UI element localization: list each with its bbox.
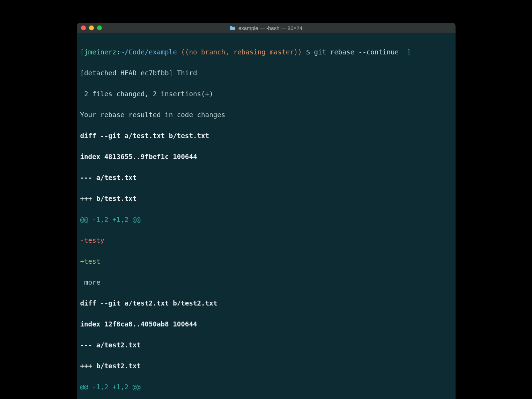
prompt-branch: ((no branch, rebasing master)): [177, 48, 302, 56]
terminal-content[interactable]: [jmeinerz:~/Code/example ((no branch, re…: [77, 33, 456, 399]
output-line: [detached HEAD ec7bfbb] Third: [80, 68, 452, 78]
diff-header-line: diff --git a/test.txt b/test.txt: [80, 131, 452, 141]
folder-icon: [230, 26, 236, 30]
diff-minus-file-line: --- a/test2.txt: [80, 340, 452, 351]
traffic-lights: [81, 25, 102, 30]
prompt-user: jmeinerz: [84, 48, 116, 56]
prompt-open-bracket: [: [80, 48, 84, 56]
diff-index-line: index 12f8ca8..4050ab8 100644: [80, 319, 452, 330]
terminal-window: example — -bash — 80×24 [jmeinerz:~/Code…: [77, 23, 456, 399]
diff-plus-file-line: +++ b/test2.txt: [80, 361, 452, 371]
diff-context-line: more: [80, 277, 452, 288]
window-titlebar: example — -bash — 80×24: [77, 23, 456, 33]
window-title-area: example — -bash — 80×24: [77, 25, 456, 31]
diff-hunk-line: @@ -1,2 +1,2 @@: [80, 214, 452, 225]
prompt-path: ~/Code/example: [120, 48, 177, 56]
diff-header-line: diff --git a/test2.txt b/test2.txt: [80, 298, 452, 309]
output-line: Your rebase resulted in code changes: [80, 110, 452, 120]
output-line: 2 files changed, 2 insertions(+): [80, 89, 452, 99]
diff-index-line: index 4813655..9fbef1c 100644: [80, 152, 452, 162]
prompt-dollar: $: [302, 48, 314, 56]
close-button[interactable]: [81, 25, 86, 30]
maximize-button[interactable]: [97, 25, 102, 30]
diff-deleted-line: -testy: [80, 235, 452, 246]
diff-plus-file-line: +++ b/test.txt: [80, 194, 452, 204]
diff-hunk-line: @@ -1,2 +1,2 @@: [80, 382, 452, 392]
prompt-close-bracket: ]: [399, 48, 411, 56]
diff-minus-file-line: --- a/test.txt: [80, 173, 452, 183]
prompt-sep: :: [116, 48, 120, 56]
prompt-command: git rebase --continue: [314, 48, 399, 56]
window-title: example — -bash — 80×24: [238, 25, 302, 31]
diff-added-line: +test: [80, 256, 452, 267]
prompt-line: [jmeinerz:~/Code/example ((no branch, re…: [80, 47, 452, 58]
minimize-button[interactable]: [89, 25, 94, 30]
